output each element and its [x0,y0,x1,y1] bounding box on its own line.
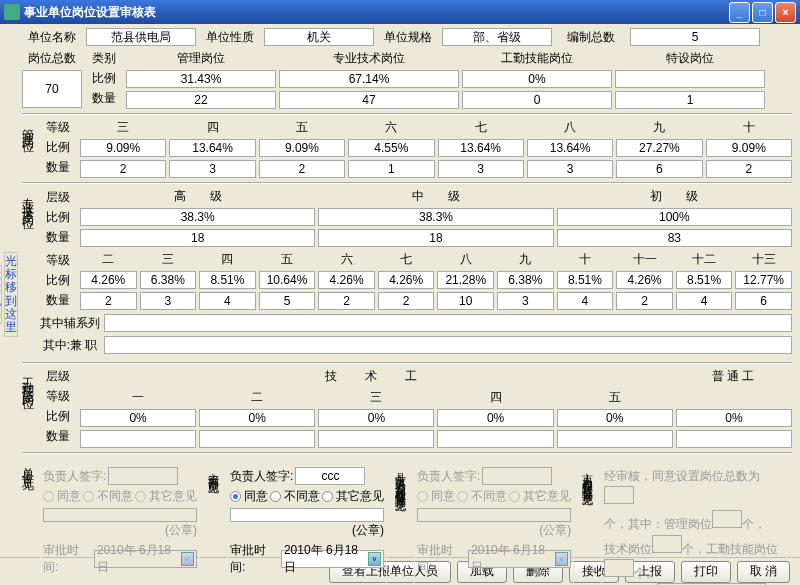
mgmt-count-1[interactable]: 3 [169,160,255,178]
tech-gr-8[interactable]: 8.51% [557,271,614,289]
worker-r-2[interactable]: 0% [318,409,434,427]
worker-r-3[interactable]: 0% [437,409,553,427]
approve-mgmt-field[interactable] [712,510,742,528]
tech-tier-count-0[interactable]: 18 [80,229,315,247]
mgmt-count-4[interactable]: 3 [438,160,524,178]
tech-gc-4[interactable]: 2 [318,292,375,310]
sum-ratio-1[interactable]: 67.14% [279,70,459,88]
mgmt-ratio-3[interactable]: 4.55% [348,139,434,157]
worker-c-3[interactable] [437,430,553,448]
worker-c-4[interactable] [557,430,673,448]
sum-count-1[interactable]: 47 [279,91,459,109]
sig3-agree-radio[interactable] [417,491,428,502]
close-button[interactable]: × [775,2,796,23]
tech-tier-ratio-2[interactable]: 100% [557,208,792,226]
mgmt-grade-0: 三 [80,119,166,136]
mgmt-count-5[interactable]: 3 [527,160,613,178]
tech-gc-10[interactable]: 4 [676,292,733,310]
mgmt-count-0[interactable]: 2 [80,160,166,178]
sig1-agree-radio[interactable] [43,491,54,502]
tech-gc-7[interactable]: 3 [497,292,554,310]
mgmt-count-2[interactable]: 2 [259,160,345,178]
tech-gr-2[interactable]: 8.51% [199,271,256,289]
sum-ratio-0[interactable]: 31.43% [126,70,276,88]
sig1-disagree-radio[interactable] [83,491,94,502]
sig1-field[interactable] [108,467,178,485]
sum-ratio-3[interactable] [615,70,765,88]
tech-gr-1[interactable]: 6.38% [140,271,197,289]
unit-spec-field[interactable]: 部、省级 [442,28,552,46]
mgmt-count-3[interactable]: 1 [348,160,434,178]
mgmt-ratio-4[interactable]: 13.64% [438,139,524,157]
worker-c-0[interactable] [80,430,196,448]
mgmt-ratio-6[interactable]: 27.27% [616,139,702,157]
mgmt-ratio-5[interactable]: 13.64% [527,139,613,157]
worker-c-5[interactable] [676,430,792,448]
worker-c-2[interactable] [318,430,434,448]
tech-gc-6[interactable]: 10 [437,292,494,310]
sum-count-3[interactable]: 1 [615,91,765,109]
tech-gr-7[interactable]: 6.38% [497,271,554,289]
sum-count-0[interactable]: 22 [126,91,276,109]
unit-name-field[interactable]: 范县供电局 [86,28,196,46]
sig3-field[interactable] [482,467,552,485]
sig2-opinion-field[interactable] [230,508,384,522]
tech-tier-ratio-1[interactable]: 38.3% [318,208,553,226]
sig1-date[interactable]: 2010年 6月18日v [94,550,197,568]
worker-r-4[interactable]: 0% [557,409,673,427]
tech-gr-9[interactable]: 4.26% [616,271,673,289]
tech-tier-ratio-0[interactable]: 38.3% [80,208,315,226]
tech-gc-8[interactable]: 4 [557,292,614,310]
tech-gr-6[interactable]: 21.28% [437,271,494,289]
tech-gc-9[interactable]: 2 [616,292,673,310]
minimize-button[interactable]: _ [729,2,750,23]
approve-total-field[interactable] [604,486,634,504]
tech-grade-count-label: 数量 [40,292,76,309]
tech-gc-0[interactable]: 2 [80,292,137,310]
tech-tier-count-1[interactable]: 18 [318,229,553,247]
total-field[interactable]: 5 [630,28,760,46]
mgmt-ratio-7[interactable]: 9.09% [706,139,792,157]
sig3-other-radio[interactable] [509,491,520,502]
tech-gr-3[interactable]: 10.64% [259,271,316,289]
mgmt-count-7[interactable]: 2 [706,160,792,178]
sum-ratio-2[interactable]: 0% [462,70,612,88]
tech-tier-count-2[interactable]: 83 [557,229,792,247]
tech-gr-0[interactable]: 4.26% [80,271,137,289]
sig2-date[interactable]: 2010年 6月18日v [281,550,384,568]
tech-gc-1[interactable]: 3 [140,292,197,310]
maximize-button[interactable]: □ [752,2,773,23]
worker-c-1[interactable] [199,430,315,448]
tech-gr-11[interactable]: 12.77% [735,271,792,289]
sig3-date[interactable]: 2010年 6月18日v [468,550,571,568]
sig2-disagree-radio[interactable] [270,491,281,502]
unit-type-field[interactable]: 机关 [264,28,374,46]
tech-gc-3[interactable]: 5 [259,292,316,310]
worker-r-5[interactable]: 0% [676,409,792,427]
mgmt-ratio-2[interactable]: 9.09% [259,139,345,157]
approve-worker-field[interactable] [604,559,634,577]
tech-gc-11[interactable]: 6 [735,292,792,310]
post-total-field[interactable]: 70 [22,70,82,108]
parttime-field[interactable] [104,336,792,354]
tech-gr-4[interactable]: 4.26% [318,271,375,289]
sig2-field[interactable]: ccc [295,467,365,485]
worker-r-1[interactable]: 0% [199,409,315,427]
sig3-opinion-field[interactable] [417,508,571,522]
mgmt-ratio-1[interactable]: 13.64% [169,139,255,157]
sig2-other-radio[interactable] [322,491,333,502]
mgmt-count-6[interactable]: 6 [616,160,702,178]
tech-gr-10[interactable]: 8.51% [676,271,733,289]
sum-count-2[interactable]: 0 [462,91,612,109]
mgmt-ratio-0[interactable]: 9.09% [80,139,166,157]
aux-field[interactable] [104,314,792,332]
sig2-agree-radio[interactable] [230,491,241,502]
tech-gc-2[interactable]: 4 [199,292,256,310]
worker-r-0[interactable]: 0% [80,409,196,427]
tech-gc-5[interactable]: 2 [378,292,435,310]
sig1-opinion-field[interactable] [43,508,197,522]
sig3-disagree-radio[interactable] [457,491,468,502]
approve-tech-field[interactable] [652,535,682,553]
tech-gr-5[interactable]: 4.26% [378,271,435,289]
sig1-other-radio[interactable] [135,491,146,502]
